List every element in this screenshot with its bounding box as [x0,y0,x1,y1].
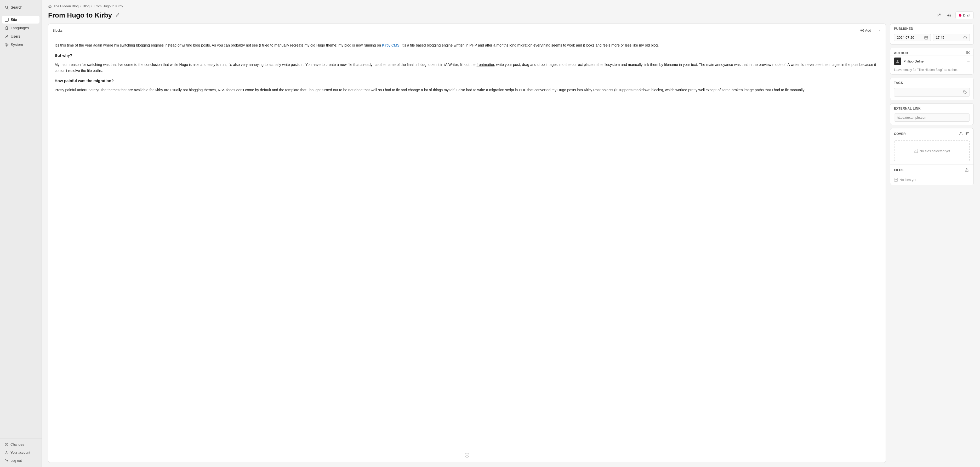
files-upload-button[interactable] [964,167,970,173]
home-icon [48,5,52,8]
paragraph-1: It's this time of the year again where I… [55,42,879,48]
published-section: Published 2024-07-20 17:45 [890,24,974,45]
page-title-wrapper: From Hugo to Kirby [48,11,121,19]
sidebar-item-users[interactable]: Users [2,32,40,40]
cover-settings-button[interactable] [965,131,970,137]
frontmatter-text: frontmatter [477,62,494,67]
tags-input[interactable] [894,88,970,97]
date-value: 2024-07-20 [897,36,914,40]
sidebar-languages-label: Languages [11,26,29,30]
add-block-bottom-button[interactable] [463,451,471,459]
open-external-button[interactable] [934,12,943,19]
add-label: Add [865,29,871,32]
cover-section: Cover [890,128,974,185]
breadcrumb-sep-2: / [91,4,92,8]
breadcrumb-blog[interactable]: Blog [83,4,89,8]
time-value: 17:45 [936,36,945,40]
cover-actions [958,131,970,137]
edit-title-button[interactable] [115,12,121,19]
editor-panel: Blocks Add ··· It's this time of the yea… [48,24,886,463]
draft-status-button[interactable]: Draft [955,11,974,19]
sidebar-item-system[interactable]: System [2,41,40,49]
settings-button[interactable] [945,12,953,19]
upload-files-icon [965,168,969,172]
sidebar-bottom: Changes Your account Log out [0,438,41,467]
breadcrumb: The Hidden Blog / Blog / From Hugo to Ki… [48,4,123,8]
sidebar-system-label: System [11,43,23,47]
sidebar-item-changes[interactable]: Changes [2,441,40,448]
author-avatar [894,57,901,65]
external-link-input-wrapper [894,113,970,122]
sidebar-item-languages[interactable]: Languages [2,24,40,32]
date-input[interactable]: 2024-07-20 [894,34,931,41]
clock-icon [963,36,967,40]
svg-point-9 [6,451,7,453]
cover-header: Cover [890,129,974,137]
author-settings-button[interactable] [966,51,970,55]
tags-section: Tags [890,78,974,100]
cover-dropzone[interactable]: No files selected yet [894,140,970,161]
svg-point-7 [6,44,7,46]
list-settings-icon [966,132,969,135]
svg-point-6 [6,35,8,37]
gear-icon [947,13,951,17]
cover-upload-button[interactable] [958,131,963,137]
no-files-selected-label: No files selected yet [920,149,950,153]
users-icon [5,35,9,38]
files-empty-icon [894,178,898,182]
author-row: Philipp Defner − [890,55,974,67]
sidebar-top: Search [0,0,41,14]
svg-point-16 [968,52,969,53]
cover-label: Cover [894,132,906,136]
paragraph-3: Pretty painful unfortunately! The themes… [55,87,879,93]
sidebar-users-label: Users [11,34,21,38]
published-field: 2024-07-20 17:45 [890,33,974,44]
search-button[interactable]: Search [2,3,40,11]
add-block-bottom [48,448,886,462]
account-icon [5,451,8,454]
kirby-cms-link[interactable]: Kirby CMS [382,43,399,47]
svg-rect-2 [5,18,8,21]
svg-point-17 [967,53,968,54]
files-header: Files [890,164,974,176]
files-label: Files [894,168,904,172]
link-icon [964,116,970,119]
external-link-input[interactable] [894,114,964,121]
editor-content[interactable]: It's this time of the year again where I… [48,37,886,448]
log-out-label: Log out [10,459,22,462]
author-section: Author [890,48,974,75]
sidebar-item-your-account[interactable]: Your account [2,449,40,456]
paragraph-2: My main reason for switching was that I'… [55,62,879,73]
title-bar: From Hugo to Kirby [42,8,980,19]
sidebar-item-site[interactable]: Site [2,16,40,24]
author-hint: Leave empty for "The Hidden Blog" as aut… [890,67,974,74]
calendar-icon [924,36,928,40]
avatar-icon [896,59,899,63]
more-options-button[interactable]: ··· [875,27,881,34]
plus-icon [465,453,469,457]
breadcrumb-sep-1: / [80,4,81,8]
breadcrumb-home[interactable]: The Hidden Blog [53,4,79,8]
svg-line-1 [7,8,8,9]
draft-dot [959,14,961,17]
search-icon [5,5,9,10]
sidebar-item-log-out[interactable]: Log out [2,457,40,464]
author-name: Philipp Defner [904,59,965,63]
site-icon [5,18,9,22]
heading-but-why: But why? [55,52,879,59]
sidebar: Search Site Languages Users [0,0,42,467]
right-panel: Published 2024-07-20 17:45 [890,24,974,463]
languages-icon [5,26,9,30]
author-remove-button[interactable]: − [967,59,970,64]
blocks-header: Blocks Add ··· [48,24,886,37]
add-block-button[interactable]: Add [858,27,873,33]
pencil-icon [116,13,120,17]
title-actions: Draft [934,11,974,19]
blocks-actions: Add ··· [858,27,881,34]
date-time-row: 2024-07-20 17:45 [894,34,970,41]
time-input[interactable]: 17:45 [933,34,970,41]
image-icon [914,149,918,153]
changes-icon [5,443,8,446]
published-header: Published [890,24,974,33]
no-files-cover: No files selected yet [914,149,950,153]
